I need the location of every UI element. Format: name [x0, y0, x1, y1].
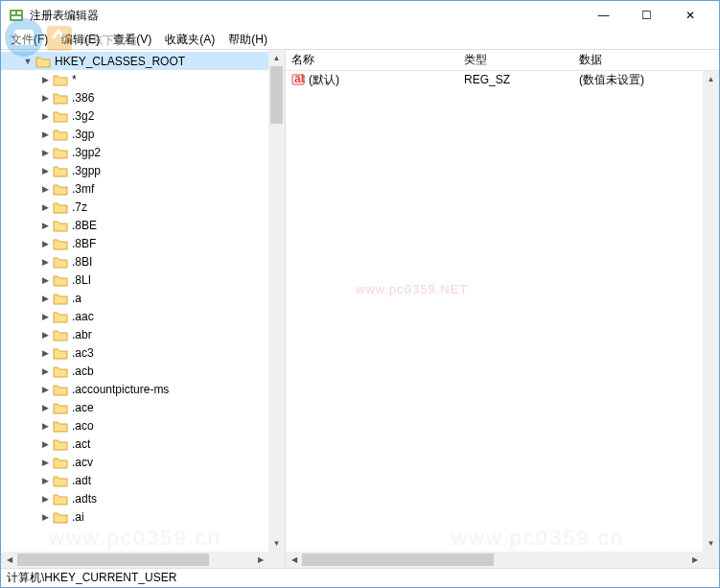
menu-help[interactable]: 帮助(H) — [222, 30, 273, 50]
scroll-up-button[interactable]: ▲ — [268, 50, 285, 66]
expand-icon[interactable]: ▶ — [39, 329, 51, 341]
tree-item[interactable]: ▶.8BI — [1, 252, 268, 270]
folder-icon — [53, 419, 68, 433]
scroll-right-button[interactable]: ▶ — [252, 552, 268, 568]
scroll-track[interactable] — [302, 552, 686, 568]
expand-icon[interactable]: ▶ — [39, 365, 51, 377]
column-data[interactable]: 数据 — [573, 50, 703, 70]
expand-icon[interactable]: ▶ — [39, 511, 51, 523]
scroll-right-button[interactable]: ▶ — [686, 552, 703, 568]
tree-item[interactable]: ▶.3g2 — [1, 106, 268, 125]
tree-item[interactable]: ▶.3gpp — [1, 161, 268, 179]
tree-item[interactable]: ▶.accountpicture-ms — [1, 380, 268, 398]
tree-label: .ace — [72, 401, 94, 414]
tree-item[interactable]: ▶.386 — [1, 88, 268, 106]
tree-item[interactable]: ▶.ac3 — [1, 343, 268, 362]
tree-label: .3mf — [72, 182, 94, 196]
close-button[interactable]: ✕ — [668, 2, 711, 29]
tree-item[interactable]: ▶.ace — [1, 398, 268, 416]
expand-icon[interactable]: ▶ — [39, 311, 51, 322]
expand-icon[interactable]: ▶ — [39, 129, 51, 140]
tree-label: .8LI — [72, 273, 91, 287]
column-type[interactable]: 类型 — [458, 50, 573, 70]
tree-item[interactable]: ▶.ai — [1, 507, 268, 526]
tree-item[interactable]: ▶.8BE — [1, 216, 268, 234]
folder-icon — [35, 55, 51, 68]
expand-icon[interactable]: ▶ — [39, 238, 51, 249]
expand-icon[interactable]: ▶ — [39, 147, 51, 158]
tree-item[interactable]: ▶.abr — [1, 325, 268, 343]
folder-icon — [53, 182, 68, 196]
tree-scrollbar-horizontal[interactable]: ◀ ▶ — [1, 552, 268, 568]
tree-item[interactable]: ▶.8BF — [1, 234, 268, 252]
expand-icon[interactable]: ▶ — [39, 256, 51, 268]
tree-item[interactable]: ▶.7z — [1, 198, 268, 216]
expand-icon[interactable]: ▶ — [39, 92, 51, 104]
list-scrollbar-horizontal[interactable]: ◀ ▶ — [286, 552, 703, 568]
folder-icon — [53, 346, 68, 360]
scroll-up-button[interactable]: ▲ — [703, 71, 719, 87]
scroll-down-button[interactable]: ▼ — [703, 535, 719, 552]
scroll-track[interactable] — [703, 87, 719, 535]
scroll-left-button[interactable]: ◀ — [286, 552, 302, 568]
tree-item[interactable]: ▶.acb — [1, 362, 268, 380]
scroll-thumb[interactable] — [270, 66, 283, 124]
tree-item[interactable]: ▶.3gp — [1, 125, 268, 143]
menu-file[interactable]: 文件(F) — [5, 30, 54, 50]
expand-icon[interactable]: ▶ — [39, 438, 51, 450]
column-name[interactable]: 名称 — [286, 50, 458, 70]
tree-item[interactable]: ▶.adt — [1, 471, 268, 489]
tree-item[interactable]: ▶.3gp2 — [1, 143, 268, 161]
expand-icon[interactable]: ▶ — [39, 165, 51, 176]
status-path: 计算机\HKEY_CURRENT_USER — [7, 570, 176, 586]
folder-icon — [53, 383, 68, 396]
tree-item[interactable]: ▶.8LI — [1, 270, 268, 289]
expand-icon[interactable]: ▶ — [39, 110, 51, 122]
tree-label: .8BF — [72, 237, 96, 250]
tree-item[interactable]: ▶.acv — [1, 453, 268, 471]
list-panel: 名称 类型 数据 ab(默认)REG_SZ(数值未设置) ▲ ▼ ◀ ▶ — [286, 50, 719, 568]
tree-label: HKEY_CLASSES_ROOT — [55, 55, 185, 68]
expand-icon[interactable]: ▶ — [39, 201, 51, 213]
expand-icon[interactable]: ▶ — [39, 74, 51, 85]
expand-icon[interactable]: ▶ — [39, 220, 51, 231]
menu-favorites[interactable]: 收藏夹(A) — [159, 30, 221, 50]
list-row[interactable]: ab(默认)REG_SZ(数值未设置) — [286, 71, 703, 88]
expand-icon[interactable]: ▶ — [39, 183, 51, 195]
tree-item[interactable]: ▶.3mf — [1, 179, 268, 198]
tree-item[interactable]: ▶.a — [1, 289, 268, 307]
tree-root[interactable]: ▼ HKEY_CLASSES_ROOT — [1, 52, 268, 70]
folder-icon — [53, 292, 68, 305]
expand-icon[interactable]: ▶ — [39, 457, 51, 468]
expand-icon[interactable]: ▶ — [39, 384, 51, 395]
menu-view[interactable]: 查看(V) — [107, 30, 157, 50]
scroll-track[interactable] — [17, 552, 252, 568]
menubar: 文件(F) 编辑(E) 查看(V) 收藏夹(A) 帮助(H) — [1, 30, 719, 49]
tree-item[interactable]: ▶.act — [1, 435, 268, 453]
expand-icon[interactable]: ▶ — [39, 475, 51, 486]
expand-icon[interactable]: ▶ — [39, 402, 51, 413]
svg-rect-3 — [12, 16, 21, 19]
expand-icon[interactable]: ▶ — [39, 493, 51, 505]
minimize-button[interactable]: — — [582, 2, 625, 29]
window-controls: — ☐ ✕ — [582, 1, 711, 30]
menu-edit[interactable]: 编辑(E) — [56, 30, 105, 50]
folder-icon — [53, 73, 68, 86]
tree-scrollbar-vertical[interactable]: ▲ ▼ — [268, 50, 285, 552]
scroll-thumb[interactable] — [302, 553, 494, 566]
scroll-thumb[interactable] — [17, 553, 209, 566]
expand-icon[interactable]: ▼ — [22, 56, 34, 67]
tree-item[interactable]: ▶.aac — [1, 307, 268, 325]
tree-item[interactable]: ▶.adts — [1, 489, 268, 507]
tree-item[interactable]: ▶* — [1, 70, 268, 88]
scroll-track[interactable] — [268, 66, 285, 535]
expand-icon[interactable]: ▶ — [39, 293, 51, 304]
expand-icon[interactable]: ▶ — [39, 274, 51, 286]
expand-icon[interactable]: ▶ — [39, 347, 51, 359]
scroll-down-button[interactable]: ▼ — [268, 535, 285, 552]
expand-icon[interactable]: ▶ — [39, 420, 51, 432]
maximize-button[interactable]: ☐ — [625, 2, 668, 29]
scroll-left-button[interactable]: ◀ — [1, 552, 17, 568]
list-scrollbar-vertical[interactable]: ▲ ▼ — [703, 71, 719, 552]
tree-item[interactable]: ▶.aco — [1, 416, 268, 435]
